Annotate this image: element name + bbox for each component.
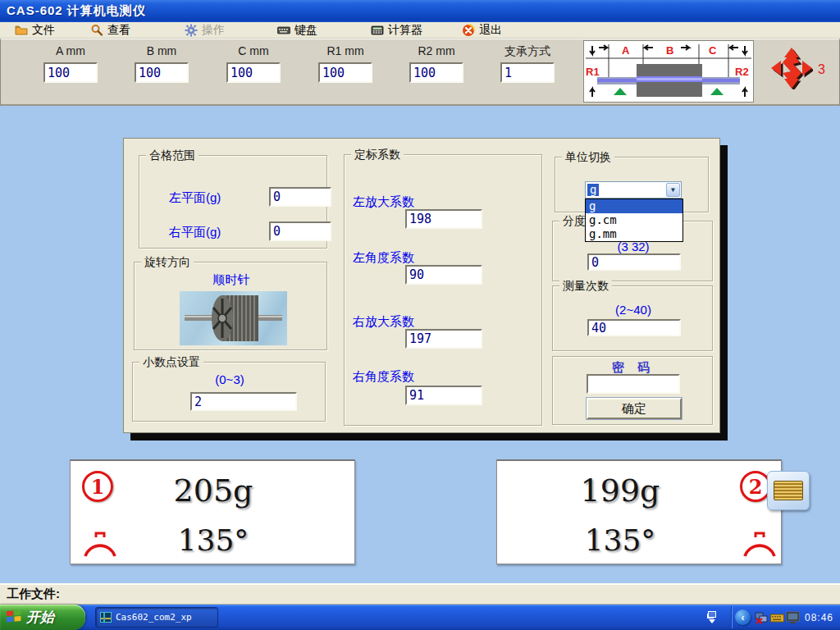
network-disconnected-icon[interactable] xyxy=(755,611,769,624)
folder-icon xyxy=(15,24,28,37)
group-title: 旋转方向 xyxy=(141,255,194,270)
parameter-panel: A mm B mm C mm R1 mm R2 mm 支承方式 xyxy=(0,39,840,106)
start-button[interactable]: 开始 xyxy=(0,605,85,630)
keyboard-icon xyxy=(277,24,290,37)
group-title: 定标系数 xyxy=(351,148,404,162)
taskbar-app-label: Cas602_com2_xp xyxy=(116,612,192,623)
display-tray-icon[interactable] xyxy=(786,611,800,624)
param-r2: R2 mm xyxy=(399,44,473,83)
onscreen-keyboard-button[interactable] xyxy=(767,471,810,510)
password-group: 密 码 确定 xyxy=(552,356,713,425)
calibration-group: 定标系数 左放大系数 左角度系数 右放大系数 右角度系数 xyxy=(344,154,542,426)
tray-collapse-button[interactable]: ‹ xyxy=(735,609,751,625)
unit-dropdown-list: g g.cm g.mm xyxy=(585,199,683,242)
param-c-input[interactable] xyxy=(226,62,281,83)
diagram-dim-a: A xyxy=(622,44,630,57)
window-title: CAS-602 计算机电测仪 xyxy=(7,3,146,19)
support-mode-input[interactable] xyxy=(500,62,555,83)
menu-item-label: 文件 xyxy=(32,23,55,38)
windows-logo-icon xyxy=(7,609,21,626)
clock[interactable]: 08:46 xyxy=(805,612,833,623)
status-bar: 工作文件: xyxy=(0,583,840,605)
unit-option-gcm[interactable]: g.cm xyxy=(586,213,682,227)
right-angle-input[interactable] xyxy=(405,386,482,405)
param-r1-input[interactable] xyxy=(318,62,372,83)
support-indicator: 3 xyxy=(770,48,829,92)
menu-item-exit[interactable]: 退出 xyxy=(462,22,502,39)
title-bar: CAS-602 计算机电测仪 xyxy=(0,0,840,22)
settings-dialog: 合格范围 左平面(g) 右平面(g) 旋转方向 顺时针 xyxy=(123,138,720,433)
right-plane-label: 右平面(g) xyxy=(169,225,221,240)
menu-item-file[interactable]: 文件 xyxy=(15,22,55,39)
menu-item-label: 操作 xyxy=(202,23,225,38)
left-angle-label: 左角度系数 xyxy=(353,250,414,266)
left-gain-label: 左放大系数 xyxy=(353,194,414,210)
taskbar: 开始 Cas602_com2_xp ‹ 08:46 xyxy=(0,605,840,630)
param-r1: R1 mm xyxy=(308,44,382,83)
left-plane-input[interactable] xyxy=(269,187,331,207)
rotation-direction-label: 顺时针 xyxy=(135,272,328,288)
unit-option-gmm[interactable]: g.mm xyxy=(586,227,682,241)
measure-count-input[interactable] xyxy=(587,319,681,336)
left-angle-value: 135° xyxy=(71,523,356,557)
right-plane-input[interactable] xyxy=(269,221,331,241)
calculator-icon xyxy=(371,24,384,37)
diagram-r1: R1 xyxy=(586,66,600,78)
left-amount-value: 205g xyxy=(71,472,356,509)
tray-divider xyxy=(731,606,733,628)
left-gain-input[interactable] xyxy=(405,209,482,229)
menu-item-view[interactable]: 查看 xyxy=(90,22,130,39)
right-gain-input[interactable] xyxy=(405,329,482,349)
group-title: 合格范围 xyxy=(146,148,199,163)
keyboard-tray-icon[interactable] xyxy=(770,611,784,624)
taskbar-app-button[interactable]: Cas602_com2_xp xyxy=(95,607,218,628)
diagram-dim-b: B xyxy=(666,44,673,57)
left-angle-input[interactable] xyxy=(405,265,482,285)
combo-dropdown-button[interactable]: ▼ xyxy=(666,183,680,197)
move-arrows-icon xyxy=(770,47,813,93)
param-a: A mm xyxy=(34,44,107,83)
group-title: 单位切换 xyxy=(562,150,614,165)
start-button-label: 开始 xyxy=(26,608,54,627)
diagram-r2: R2 xyxy=(735,66,749,78)
measure-range-label: (2~40) xyxy=(586,303,681,317)
param-label: 支承方式 xyxy=(491,44,564,59)
gear-icon xyxy=(185,24,198,37)
rotation-group: 旋转方向 顺时针 xyxy=(134,262,327,350)
keyboard-icon xyxy=(774,481,803,500)
ok-button[interactable]: 确定 xyxy=(587,398,682,419)
app-icon xyxy=(100,612,112,623)
param-label: A mm xyxy=(34,44,107,59)
diagram-dim-c: C xyxy=(709,44,717,57)
param-a-input[interactable] xyxy=(43,62,98,83)
menu-item-label: 键盘 xyxy=(294,23,317,38)
param-c: C mm xyxy=(217,44,290,83)
window-quick-icons[interactable] xyxy=(705,607,719,628)
right-angle-value: 135° xyxy=(497,523,743,557)
decimal-input[interactable] xyxy=(190,392,297,411)
work-file-label: 工作文件: xyxy=(7,587,60,602)
param-support: 支承方式 xyxy=(491,44,564,83)
right-gain-label: 右放大系数 xyxy=(353,314,414,330)
unit-combobox[interactable]: g ▼ xyxy=(585,181,682,199)
qualified-range-group: 合格范围 左平面(g) 右平面(g) xyxy=(139,155,327,249)
param-label: R1 mm xyxy=(308,44,382,59)
group-title: 小数点设置 xyxy=(139,355,203,370)
param-label: R2 mm xyxy=(399,44,473,59)
param-label: B mm xyxy=(125,44,199,59)
app-window: CAS-602 计算机电测仪 文件 查看 操作 键盘 xyxy=(0,0,840,630)
decimal-range-label: (0~3) xyxy=(133,372,326,386)
menu-item-calculator[interactable]: 计算器 xyxy=(371,22,422,39)
param-r2-input[interactable] xyxy=(409,62,463,83)
param-b-input[interactable] xyxy=(135,62,189,83)
angle-arc-icon xyxy=(742,532,778,561)
left-plane-label: 左平面(g) xyxy=(169,190,221,206)
menu-item-keyboard[interactable]: 键盘 xyxy=(277,22,317,39)
system-tray: ‹ 08:46 xyxy=(728,605,840,630)
unit-selected-value: g xyxy=(587,184,599,196)
desktop: 合格范围 左平面(g) 右平面(g) 旋转方向 顺时针 xyxy=(0,106,840,583)
password-input[interactable] xyxy=(587,374,680,394)
unit-option-g[interactable]: g xyxy=(586,199,682,213)
graduation-input[interactable] xyxy=(587,253,681,271)
group-title: 测量次数 xyxy=(559,279,612,294)
